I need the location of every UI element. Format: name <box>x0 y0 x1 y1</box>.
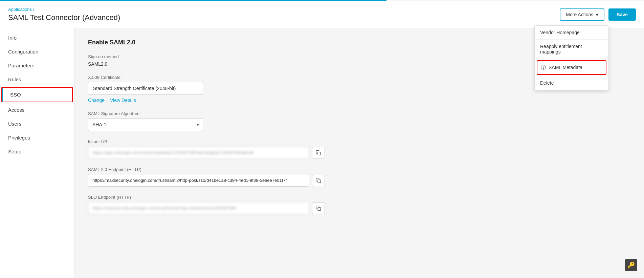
sidebar-item-label: Setup <box>8 149 21 154</box>
certificate-actions: Change View Details <box>88 98 630 103</box>
dropdown-item-reapply-entitlement[interactable]: Reapply entitlement mappings <box>535 40 608 59</box>
svg-rect-1 <box>318 180 321 183</box>
certificate-value: Standard Strength Certificate (2048-bit) <box>88 82 203 95</box>
sidebar-item-parameters[interactable]: Parameters <box>0 59 74 72</box>
algorithm-select[interactable]: SHA-1 SHA-256 SHA-384 SHA-512 <box>88 118 203 131</box>
more-actions-dropdown: Vendor Homepage Reapply entitlement mapp… <box>534 25 609 90</box>
algorithm-group: SAML Signature Algorithm SHA-1 SHA-256 S… <box>88 111 630 131</box>
breadcrumb-link[interactable]: Applications / <box>8 7 34 12</box>
dropdown-item-label: SAML Metadata <box>549 65 582 70</box>
sidebar-item-label: Users <box>8 121 21 127</box>
dropdown-item-saml-metadata[interactable]: ⓘ SAML Metadata <box>537 60 606 75</box>
breadcrumb[interactable]: Applications / <box>8 7 120 12</box>
header-right: More Actions ▾ Save Vendor Homepage Reap… <box>560 8 636 21</box>
dropdown-item-label: Vendor Homepage <box>540 30 580 35</box>
sidebar-item-privileges[interactable]: Privileges <box>0 131 74 145</box>
svg-rect-2 <box>318 208 321 211</box>
copy-icon <box>316 150 321 155</box>
info-circle-icon: ⓘ <box>541 64 546 71</box>
copy-slo-endpoint-button[interactable] <box>312 202 325 214</box>
more-actions-label: More Actions <box>566 12 593 17</box>
saml-endpoint-value: https://maxsecurity.onelogin.com/trust/s… <box>88 174 309 187</box>
slo-endpoint-value: https://maxsecurity.onelogin.com/trust/s… <box>88 202 309 214</box>
sidebar-item-label: Privileges <box>8 135 30 141</box>
chevron-down-icon: ▾ <box>596 12 598 17</box>
issuer-url-field-wrapper: https://app.onelogin.com/saml/metadata/1… <box>88 146 325 159</box>
sidebar-item-label: Info <box>8 35 17 41</box>
algorithm-select-wrapper: SHA-1 SHA-256 SHA-384 SHA-512 ▾ <box>88 118 203 131</box>
sidebar-item-access[interactable]: Access <box>0 103 74 117</box>
more-actions-button[interactable]: More Actions ▾ <box>560 8 604 21</box>
save-button[interactable]: Save <box>608 8 636 21</box>
saml-endpoint-label: SAML 2.0 Endpoint (HTTP) <box>88 167 630 172</box>
copy-icon <box>316 178 321 183</box>
sidebar-item-users[interactable]: Users <box>0 117 74 131</box>
dropdown-item-vendor-homepage[interactable]: Vendor Homepage <box>535 26 608 40</box>
sidebar-item-rules[interactable]: Rules <box>0 72 74 86</box>
sidebar-item-label: Access <box>8 107 24 113</box>
copy-icon <box>316 206 321 211</box>
dropdown-item-label: Delete <box>540 80 554 86</box>
slo-endpoint-label: SLO Endpoint (HTTP) <box>88 195 630 200</box>
saml-endpoint-group: SAML 2.0 Endpoint (HTTP) https://maxsecu… <box>88 167 630 187</box>
issuer-url-group: Issuer URL https://app.onelogin.com/saml… <box>88 139 630 159</box>
header-left: Applications / SAML Test Connector (Adva… <box>8 7 120 22</box>
copy-issuer-url-button[interactable] <box>312 147 325 158</box>
sidebar-item-setup[interactable]: Setup <box>0 145 74 158</box>
sidebar-item-label: SSO <box>10 92 21 98</box>
saml-endpoint-field-wrapper: https://maxsecurity.onelogin.com/trust/s… <box>88 174 325 187</box>
svg-rect-0 <box>318 152 321 155</box>
algorithm-label: SAML Signature Algorithm <box>88 111 630 116</box>
copy-saml-endpoint-button[interactable] <box>312 175 325 186</box>
page-title: SAML Test Connector (Advanced) <box>8 13 120 22</box>
sidebar-item-sso[interactable]: SSO <box>1 87 73 102</box>
slo-endpoint-group: SLO Endpoint (HTTP) https://maxsecurity.… <box>88 195 630 214</box>
issuer-url-label: Issuer URL <box>88 139 630 144</box>
dropdown-item-label: Reapply entitlement mappings <box>540 44 603 55</box>
issuer-url-value: https://app.onelogin.com/saml/metadata/1… <box>88 146 309 159</box>
sidebar-item-label: Parameters <box>8 63 35 68</box>
sidebar-item-label: Configuration <box>8 49 38 55</box>
view-details-button[interactable]: View Details <box>110 98 136 103</box>
change-certificate-button[interactable]: Change <box>88 98 105 103</box>
top-header: Applications / SAML Test Connector (Adva… <box>0 1 644 28</box>
key-icon[interactable]: 🔑 <box>625 259 637 271</box>
slo-endpoint-field-wrapper: https://maxsecurity.onelogin.com/trust/s… <box>88 202 325 214</box>
sidebar-item-label: Rules <box>8 77 21 82</box>
sidebar-item-info[interactable]: Info <box>0 31 74 45</box>
dropdown-item-delete[interactable]: Delete <box>535 76 608 90</box>
sidebar: Info Configuration Parameters Rules SSO … <box>0 28 74 278</box>
sidebar-item-configuration[interactable]: Configuration <box>0 45 74 59</box>
